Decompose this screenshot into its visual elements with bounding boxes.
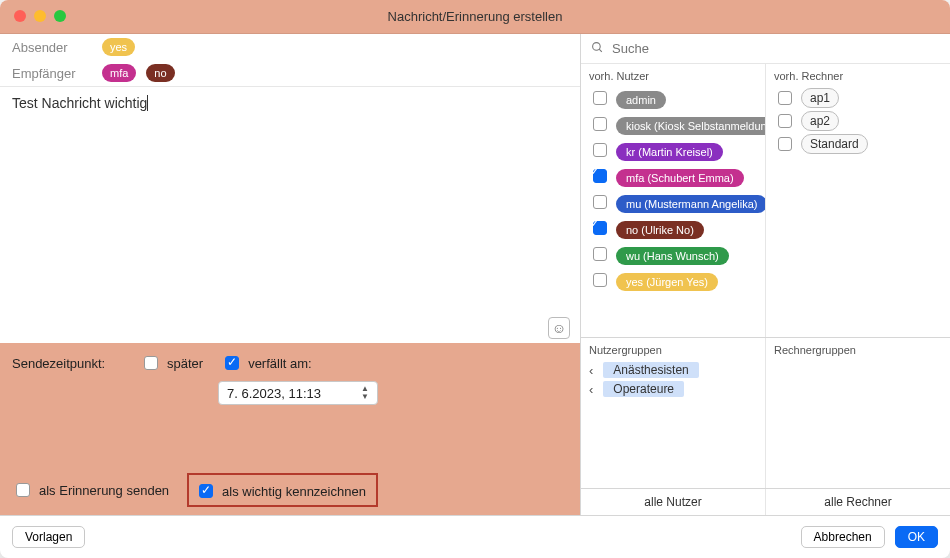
machine-groups: Rechnergruppen — [765, 338, 950, 488]
as-reminder-checkbox[interactable]: als Erinnerung senden — [12, 480, 169, 500]
cancel-button[interactable]: Abbrechen — [801, 526, 885, 548]
search-icon — [591, 41, 604, 57]
user-pill: kiosk (Kiosk Selbstanmeldung) — [616, 117, 765, 135]
recipient-tag-mfa[interactable]: mfa — [102, 64, 136, 82]
all-machines-button[interactable]: alle Rechner — [765, 489, 950, 515]
user-row[interactable]: wu (Hans Wunsch) — [589, 244, 757, 267]
message-text: Test Nachricht wichtig — [12, 95, 568, 305]
user-checkbox[interactable] — [593, 195, 607, 209]
chevron-left-icon[interactable]: ‹ — [589, 382, 593, 397]
chevron-left-icon[interactable]: ‹ — [589, 363, 593, 378]
machine-checkbox[interactable] — [778, 114, 792, 128]
minimize-icon[interactable] — [34, 10, 46, 22]
machine-row[interactable]: Standard — [774, 134, 942, 154]
user-checkbox[interactable] — [593, 273, 607, 287]
user-groups-header: Nutzergruppen — [589, 344, 757, 356]
user-pill: yes (Jürgen Yes) — [616, 273, 718, 291]
all-users-button[interactable]: alle Nutzer — [581, 489, 765, 515]
user-row[interactable]: yes (Jürgen Yes) — [589, 270, 757, 293]
user-row[interactable]: admin — [589, 88, 757, 111]
message-area[interactable]: Test Nachricht wichtig — [0, 87, 580, 313]
sender-tag[interactable]: yes — [102, 38, 135, 56]
machine-label: ap1 — [801, 88, 839, 108]
search-row — [581, 34, 950, 64]
later-checkbox[interactable]: später — [140, 353, 203, 373]
stepper-down-icon[interactable]: ▼ — [361, 393, 369, 401]
ok-button[interactable]: OK — [895, 526, 938, 548]
user-row[interactable]: kr (Martin Kreisel) — [589, 140, 757, 163]
machines-list: vorh. Rechner ap1ap2Standard — [765, 64, 950, 337]
templates-button[interactable]: Vorlagen — [12, 526, 85, 548]
user-group-item[interactable]: ‹Operateure — [589, 381, 757, 397]
recipient-label: Empfänger — [12, 66, 92, 81]
expires-date-value: 7. 6.2023, 11:13 — [227, 386, 321, 401]
machines-header: vorh. Rechner — [774, 70, 942, 82]
user-row[interactable]: ✓no (Ulrike No) — [589, 218, 757, 241]
users-list: vorh. Nutzer adminkiosk (Kiosk Selbstanm… — [581, 64, 765, 337]
user-row[interactable]: mu (Mustermann Angelika) — [589, 192, 757, 215]
machine-label: ap2 — [801, 111, 839, 131]
user-pill: mu (Mustermann Angelika) — [616, 195, 765, 213]
group-label: Anästhesisten — [603, 362, 698, 378]
window: Nachricht/Erinnerung erstellen Absender … — [0, 0, 950, 558]
svg-point-0 — [593, 42, 601, 50]
title-bar: Nachricht/Erinnerung erstellen — [0, 0, 950, 34]
as-important-checkbox[interactable]: als wichtig kennzeichnen — [195, 481, 366, 501]
user-row[interactable]: ✓mfa (Schubert Emma) — [589, 166, 757, 189]
svg-line-1 — [599, 49, 602, 52]
machine-checkbox[interactable] — [778, 137, 792, 151]
machine-label: Standard — [801, 134, 868, 154]
user-checkbox[interactable] — [593, 247, 607, 261]
user-checkbox[interactable] — [593, 91, 607, 105]
search-input[interactable] — [610, 40, 940, 57]
sender-row: Absender yes — [0, 34, 580, 60]
user-row[interactable]: kiosk (Kiosk Selbstanmeldung) — [589, 114, 757, 137]
users-header: vorh. Nutzer — [589, 70, 757, 82]
expires-checkbox[interactable]: verfällt am: — [221, 353, 312, 373]
machine-row[interactable]: ap1 — [774, 88, 942, 108]
recipient-row: Empfänger mfa no — [0, 60, 580, 86]
user-pill: kr (Martin Kreisel) — [616, 143, 723, 161]
user-group-item[interactable]: ‹Anästhesisten — [589, 362, 757, 378]
sender-label: Absender — [12, 40, 92, 55]
user-checkbox[interactable] — [593, 117, 607, 131]
footer: Vorlagen Abbrechen OK — [0, 515, 950, 558]
sendtime-label: Sendezeitpunkt: — [12, 356, 122, 371]
emoji-picker-button[interactable]: ☺ — [548, 317, 570, 339]
machine-row[interactable]: ap2 — [774, 111, 942, 131]
expires-date-stepper[interactable]: 7. 6.2023, 11:13 ▲ ▼ — [218, 381, 378, 405]
traffic-lights — [14, 10, 66, 22]
machine-groups-header: Rechnergruppen — [774, 344, 942, 356]
group-label: Operateure — [603, 381, 684, 397]
window-title: Nachricht/Erinnerung erstellen — [0, 9, 950, 24]
user-checkbox[interactable] — [593, 143, 607, 157]
user-pill: mfa (Schubert Emma) — [616, 169, 744, 187]
machine-checkbox[interactable] — [778, 91, 792, 105]
user-groups: Nutzergruppen ‹Anästhesisten‹Operateure — [581, 338, 765, 488]
recipient-tag-no[interactable]: no — [146, 64, 174, 82]
close-icon[interactable] — [14, 10, 26, 22]
user-pill: no (Ulrike No) — [616, 221, 704, 239]
user-pill: admin — [616, 91, 666, 109]
zoom-icon[interactable] — [54, 10, 66, 22]
user-pill: wu (Hans Wunsch) — [616, 247, 729, 265]
options-panel: Sendezeitpunkt: später verfällt am: — [0, 343, 580, 515]
